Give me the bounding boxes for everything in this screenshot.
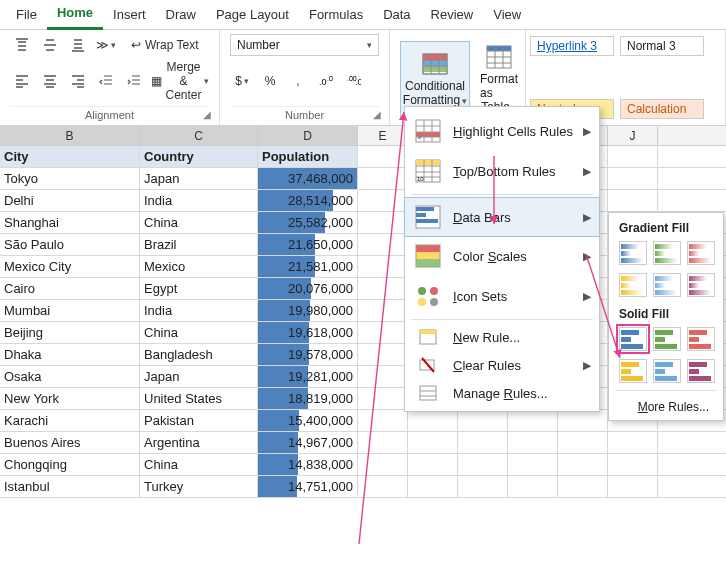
tab-insert[interactable]: Insert	[103, 1, 156, 29]
databar-gradient-red[interactable]	[687, 241, 715, 265]
databar-solid-green[interactable]	[653, 327, 681, 351]
number-dialog-launcher[interactable]: ◢	[373, 109, 385, 121]
cell-empty[interactable]	[408, 476, 458, 497]
cell-country[interactable]: Argentina	[140, 432, 258, 453]
cell-empty[interactable]	[358, 146, 408, 167]
tab-page-layout[interactable]: Page Layout	[206, 1, 299, 29]
cell-population[interactable]: 19,281,000	[258, 366, 358, 387]
cell-empty[interactable]	[558, 476, 608, 497]
cell-country[interactable]: Brazil	[140, 234, 258, 255]
cell-empty[interactable]	[358, 300, 408, 321]
cell-city[interactable]: Buenos Aires	[0, 432, 140, 453]
cell-empty[interactable]	[358, 190, 408, 211]
cell-empty[interactable]	[408, 454, 458, 475]
cell-country[interactable]: China	[140, 322, 258, 343]
cell-empty[interactable]	[358, 410, 408, 431]
decrease-indent-button[interactable]	[94, 70, 118, 92]
cell-header-city[interactable]: City	[0, 146, 140, 167]
cell-empty[interactable]	[358, 388, 408, 409]
cell-country[interactable]: Japan	[140, 366, 258, 387]
increase-decimal-button[interactable]: .0.00	[314, 70, 338, 92]
number-format-select[interactable]: Number▾	[230, 34, 379, 56]
databar-solid-red[interactable]	[687, 327, 715, 351]
cell-empty[interactable]	[358, 278, 408, 299]
align-middle-button[interactable]	[38, 34, 62, 56]
databar-solid-orange[interactable]	[619, 359, 647, 383]
cell-city[interactable]: Delhi	[0, 190, 140, 211]
tab-review[interactable]: Review	[421, 1, 484, 29]
cell-empty[interactable]	[408, 432, 458, 453]
cell-city[interactable]: Mumbai	[0, 300, 140, 321]
orientation-button[interactable]: ≫▾	[94, 34, 118, 56]
cell-country[interactable]: China	[140, 454, 258, 475]
cell-empty[interactable]	[358, 256, 408, 277]
cell-city[interactable]: Tokyo	[0, 168, 140, 189]
databar-gradient-orange[interactable]	[619, 273, 647, 297]
cell-empty[interactable]	[358, 234, 408, 255]
cell-population[interactable]: 15,400,000	[258, 410, 358, 431]
cell-country[interactable]: Japan	[140, 168, 258, 189]
cell-country[interactable]: Mexico	[140, 256, 258, 277]
cell-country[interactable]: Egypt	[140, 278, 258, 299]
cell-empty[interactable]	[358, 454, 408, 475]
menu-icon-sets[interactable]: Icon Sets ▶	[405, 276, 599, 316]
cell-city[interactable]: Karachi	[0, 410, 140, 431]
menu-clear-rules[interactable]: Clear Rules ▶	[405, 351, 599, 379]
cell-population[interactable]: 18,819,000	[258, 388, 358, 409]
cell-population[interactable]: 28,514,000	[258, 190, 358, 211]
tab-file[interactable]: File	[6, 1, 47, 29]
cell-population[interactable]: 19,618,000	[258, 322, 358, 343]
cell-empty[interactable]	[508, 476, 558, 497]
tab-data[interactable]: Data	[373, 1, 420, 29]
cell-empty[interactable]	[458, 410, 508, 431]
column-header-B[interactable]: B	[0, 126, 140, 145]
cell-city[interactable]: Beijing	[0, 322, 140, 343]
cell-population[interactable]: 14,967,000	[258, 432, 358, 453]
cell-city[interactable]: Mexico City	[0, 256, 140, 277]
more-rules-link[interactable]: More Rules...	[609, 394, 723, 418]
databar-gradient-green[interactable]	[653, 241, 681, 265]
percent-format-button[interactable]: %	[258, 70, 282, 92]
cell-country[interactable]: Pakistan	[140, 410, 258, 431]
cell-population[interactable]: 19,578,000	[258, 344, 358, 365]
cell-city[interactable]: Istanbul	[0, 476, 140, 497]
cell-city[interactable]: Osaka	[0, 366, 140, 387]
alignment-dialog-launcher[interactable]: ◢	[203, 109, 215, 121]
cell-empty[interactable]	[458, 454, 508, 475]
tab-draw[interactable]: Draw	[156, 1, 206, 29]
cell-empty[interactable]	[358, 168, 408, 189]
cell-city[interactable]: Cairo	[0, 278, 140, 299]
cell-population[interactable]: 14,751,000	[258, 476, 358, 497]
cell-empty[interactable]	[608, 476, 658, 497]
cell-population[interactable]: 21,581,000	[258, 256, 358, 277]
decrease-decimal-button[interactable]: .00.0	[342, 70, 366, 92]
align-center-button[interactable]	[38, 70, 62, 92]
column-header-E[interactable]: E	[358, 126, 408, 145]
merge-center-button[interactable]: ▦Merge & Center▾	[150, 70, 209, 92]
column-header-C[interactable]: C	[140, 126, 258, 145]
increase-indent-button[interactable]	[122, 70, 146, 92]
accounting-format-button[interactable]: $▾	[230, 70, 254, 92]
style-calculation[interactable]: Calculation	[620, 99, 704, 119]
menu-manage-rules[interactable]: Manage Rules...	[405, 379, 599, 407]
cell-empty[interactable]	[458, 432, 508, 453]
align-top-button[interactable]	[10, 34, 34, 56]
cell-empty[interactable]	[408, 410, 458, 431]
databar-solid-ltblue[interactable]	[653, 359, 681, 383]
column-header-J[interactable]: J	[608, 126, 658, 145]
cell-empty[interactable]	[558, 432, 608, 453]
menu-color-scales[interactable]: Color Scales ▶	[405, 236, 599, 276]
cell-country[interactable]: India	[140, 190, 258, 211]
cell-empty[interactable]	[608, 454, 658, 475]
cell-empty[interactable]	[608, 190, 658, 211]
align-right-button[interactable]	[66, 70, 90, 92]
databar-solid-purple[interactable]	[687, 359, 715, 383]
style-hyperlink3[interactable]: Hyperlink 3	[530, 36, 614, 56]
menu-data-bars[interactable]: Data Bars ▶	[404, 197, 600, 237]
cell-city[interactable]: Shanghai	[0, 212, 140, 233]
cell-empty[interactable]	[558, 454, 608, 475]
cell-population[interactable]: 25,582,000	[258, 212, 358, 233]
menu-new-rule[interactable]: New Rule...	[405, 323, 599, 351]
databar-gradient-ltblue[interactable]	[653, 273, 681, 297]
menu-top-bottom-rules[interactable]: 10 Top/Bottom Rules ▶	[405, 151, 599, 191]
